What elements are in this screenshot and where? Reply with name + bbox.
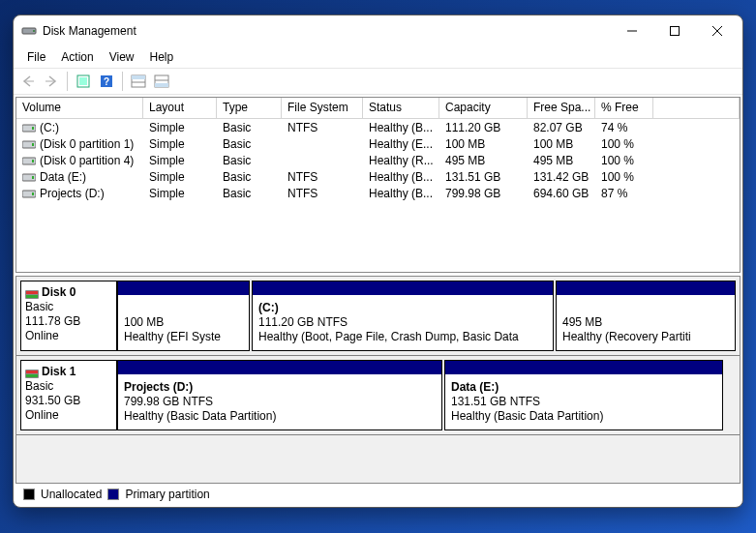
view-bottom-button[interactable] [151, 71, 172, 92]
maximize-button[interactable] [653, 16, 696, 45]
partition-status: Healthy (Boot, Page File, Crash Dump, Ba… [258, 330, 547, 344]
svg-rect-3 [671, 27, 680, 36]
svg-rect-29 [26, 291, 38, 294]
help-button[interactable]: ? [96, 71, 117, 92]
partition[interactable]: 495 MBHealthy (Recovery Partiti [556, 281, 736, 351]
vol-layout: Simple [143, 137, 217, 151]
partition-header [557, 281, 735, 295]
partition[interactable]: Data (E:)131.51 GB NTFSHealthy (Basic Da… [444, 360, 723, 430]
vol-pct: 87 % [595, 187, 653, 200]
col-capacity[interactable]: Capacity [439, 98, 528, 119]
table-row[interactable]: Data (E:)SimpleBasicNTFSHealthy (B...131… [16, 168, 740, 185]
vol-name: (C:) [40, 121, 59, 134]
col-volume[interactable]: Volume [16, 98, 143, 119]
vol-type: Basic [217, 170, 282, 184]
drive-icon [22, 139, 36, 150]
vol-fs: NTFS [282, 170, 363, 184]
col-pctfree[interactable]: % Free [595, 98, 653, 119]
col-status[interactable]: Status [363, 98, 439, 119]
table-row[interactable]: (Disk 0 partition 4)SimpleBasicHealthy (… [16, 152, 740, 168]
disk-management-window: Disk Management File Action View Help ? … [13, 15, 743, 508]
drive-icon [22, 172, 36, 183]
vol-capacity: 799.98 GB [439, 187, 528, 200]
table-row[interactable]: (C:)SimpleBasicNTFSHealthy (B...111.20 G… [16, 119, 740, 135]
back-button[interactable] [17, 71, 39, 92]
col-layout[interactable]: Layout [143, 98, 217, 119]
vol-status: Healthy (E... [363, 137, 439, 151]
volume-list[interactable]: Volume Layout Type File System Status Ca… [15, 97, 741, 273]
partition-status: Healthy (Recovery Partiti [562, 330, 729, 344]
vol-free: 131.42 GB [528, 170, 595, 184]
vol-fs: NTFS [282, 121, 363, 134]
partition-sizefs: 111.20 GB NTFS [258, 315, 547, 330]
menu-help[interactable]: Help [142, 48, 182, 66]
toolbar: ? [14, 68, 742, 95]
svg-rect-23 [32, 160, 34, 163]
disk-icon [25, 368, 39, 376]
vol-name: (Disk 0 partition 4) [40, 154, 134, 167]
svg-text:?: ? [104, 76, 109, 87]
svg-point-1 [33, 30, 35, 32]
col-filesystem[interactable]: File System [282, 98, 363, 119]
vol-fs: NTFS [282, 187, 363, 200]
vol-free: 82.07 GB [528, 121, 595, 134]
svg-rect-25 [32, 176, 34, 179]
disk-icon [25, 288, 39, 297]
partition-status: Healthy (Basic Data Partition) [124, 409, 436, 424]
vol-capacity: 100 MB [439, 137, 528, 151]
table-row[interactable]: Projects (D:)SimpleBasicNTFSHealthy (B..… [16, 185, 740, 201]
disk-info[interactable]: Disk 1Basic931.50 GBOnline [20, 360, 117, 430]
partition-status: Healthy (Basic Data Partition) [451, 409, 716, 424]
disk-info[interactable]: Disk 0Basic111.78 GBOnline [20, 281, 117, 351]
legend-unallocated-label: Unallocated [41, 488, 102, 501]
partition-header [118, 361, 441, 374]
disk-row: Disk 1Basic931.50 GBOnlineProjects (D:)7… [16, 356, 740, 435]
disk-row: Disk 0Basic111.78 GBOnline 100 MBHealthy… [16, 277, 740, 356]
legend-primary-label: Primary partition [125, 488, 209, 501]
vol-pct: 100 % [595, 170, 653, 184]
vol-layout: Simple [143, 170, 217, 184]
vol-layout: Simple [143, 187, 217, 200]
menu-view[interactable]: View [102, 48, 142, 66]
svg-rect-32 [26, 370, 38, 373]
vol-type: Basic [217, 121, 282, 134]
partition-status: Healthy (EFI Syste [124, 330, 243, 344]
partition[interactable]: Projects (D:)799.98 GB NTFSHealthy (Basi… [117, 360, 442, 430]
content-area: Volume Layout Type File System Status Ca… [14, 95, 742, 507]
menu-file[interactable]: File [19, 48, 53, 66]
vol-name: Projects (D:) [40, 187, 105, 200]
forward-button[interactable] [41, 71, 62, 92]
drive-icon [22, 123, 36, 133]
swatch-unallocated [23, 489, 35, 500]
close-button[interactable] [696, 16, 739, 45]
vol-name: (Disk 0 partition 1) [40, 137, 134, 151]
menu-action[interactable]: Action [53, 48, 101, 66]
toolbar-separator [122, 72, 123, 91]
vol-layout: Simple [143, 154, 217, 167]
col-free[interactable]: Free Spa... [528, 98, 595, 119]
vol-layout: Simple [143, 121, 217, 134]
partition[interactable]: (C:)111.20 GB NTFSHealthy (Boot, Page Fi… [252, 281, 554, 351]
vol-name: Data (E:) [40, 170, 86, 184]
partition-header [253, 281, 553, 295]
vol-capacity: 111.20 GB [439, 121, 528, 134]
table-row[interactable]: (Disk 0 partition 1)SimpleBasicHealthy (… [16, 135, 740, 152]
vol-free: 495 MB [528, 154, 595, 167]
partition-sizefs: 495 MB [562, 315, 729, 330]
titlebar[interactable]: Disk Management [14, 15, 742, 46]
vol-pct: 100 % [595, 154, 653, 167]
drive-icon [22, 156, 36, 166]
svg-rect-13 [132, 75, 145, 79]
drive-icon [22, 189, 36, 199]
vol-status: Healthy (B... [363, 170, 439, 184]
vol-capacity: 131.51 GB [439, 170, 528, 184]
minimize-button[interactable] [611, 16, 653, 45]
partition[interactable]: 100 MBHealthy (EFI Syste [117, 281, 250, 351]
refresh-button[interactable] [73, 71, 94, 92]
partition-sizefs: 799.98 GB NTFS [124, 395, 436, 409]
view-top-button[interactable] [128, 71, 149, 92]
disk-graphical-view[interactable]: Disk 0Basic111.78 GBOnline 100 MBHealthy… [15, 276, 741, 484]
vol-type: Basic [217, 137, 282, 151]
svg-rect-16 [155, 83, 168, 87]
col-type[interactable]: Type [217, 98, 282, 119]
